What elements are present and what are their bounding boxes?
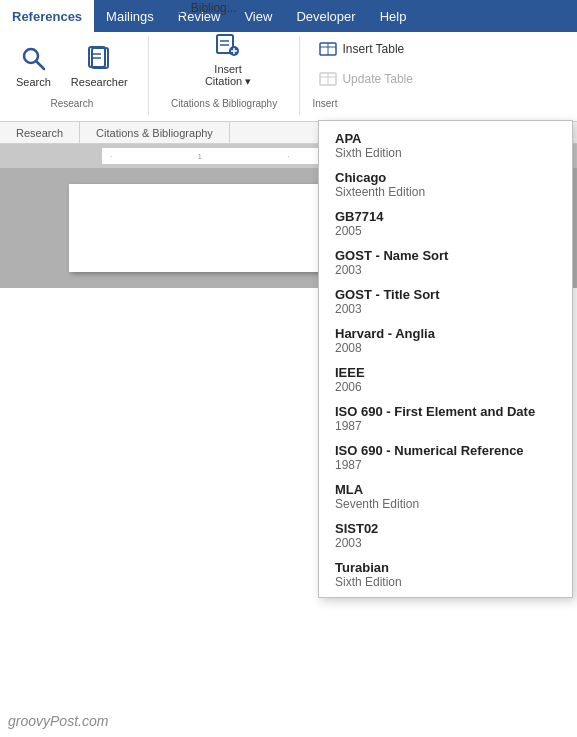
- section-header-research: Research: [0, 122, 80, 143]
- watermark: groovyPost.com: [8, 713, 108, 729]
- style-option-iso-690---numerical-reference[interactable]: ISO 690 - Numerical Reference1987: [319, 437, 572, 476]
- style-option-iso-690---first-element-and-date[interactable]: ISO 690 - First Element and Date1987: [319, 398, 572, 437]
- researcher-button-label: Researcher: [71, 76, 128, 88]
- ribbon-group-research: Search Researcher Research: [8, 36, 149, 115]
- citations-group-label: Citations & Bibliography: [171, 98, 277, 109]
- menu-item-references[interactable]: References: [0, 0, 94, 32]
- style-option-chicago[interactable]: ChicagoSixteenth Edition: [319, 164, 572, 203]
- style-option-gost---title-sort[interactable]: GOST - Title Sort2003: [319, 281, 572, 320]
- researcher-button[interactable]: Researcher: [63, 38, 136, 92]
- menu-item-mailings[interactable]: Mailings: [94, 0, 166, 32]
- ribbon: Search Researcher Research: [0, 32, 577, 122]
- insert-citation-label: InsertCitation ▾: [205, 63, 251, 88]
- style-option-gb7714[interactable]: GB77142005: [319, 203, 572, 242]
- insert-table-label: Insert Table: [342, 42, 404, 56]
- style-option-mla[interactable]: MLASeventh Edition: [319, 476, 572, 515]
- style-option-sist02[interactable]: SIST022003: [319, 515, 572, 554]
- update-table-button[interactable]: Update Table: [312, 66, 419, 92]
- search-icon: [17, 42, 49, 74]
- insert-table-button[interactable]: Insert Table: [312, 36, 419, 62]
- search-button[interactable]: Search: [8, 38, 59, 92]
- bibliography-label: Bibliog...: [191, 1, 237, 15]
- menu-item-help[interactable]: Help: [368, 0, 419, 32]
- ribbon-group-citations: Manage Sources Style: APA ▼: [161, 36, 301, 115]
- menu-item-developer[interactable]: Developer: [284, 0, 367, 32]
- insert-citation-icon: [212, 29, 244, 61]
- research-group-label: Research: [50, 98, 93, 109]
- insert-group-label: Insert: [312, 98, 419, 109]
- svg-line-1: [36, 61, 44, 69]
- search-button-label: Search: [16, 76, 51, 88]
- insert-citation-button[interactable]: InsertCitation ▾: [197, 25, 259, 92]
- menu-bar: References Mailings Review View Develope…: [0, 0, 577, 32]
- style-option-turabian[interactable]: TurabianSixth Edition: [319, 554, 572, 593]
- update-table-label: Update Table: [342, 72, 413, 86]
- style-dropdown-panel: APASixth EditionChicagoSixteenth Edition…: [318, 120, 573, 598]
- style-option-harvard---anglia[interactable]: Harvard - Anglia2008: [319, 320, 572, 359]
- style-option-apa[interactable]: APASixth Edition: [319, 125, 572, 164]
- researcher-icon: [83, 42, 115, 74]
- section-header-citations: Citations & Bibliography: [80, 122, 230, 143]
- style-option-gost---name-sort[interactable]: GOST - Name Sort2003: [319, 242, 572, 281]
- bibliography-button[interactable]: Bibliog...: [161, 0, 243, 21]
- bibliography-icon: [167, 0, 187, 18]
- style-option-ieee[interactable]: IEEE2006: [319, 359, 572, 398]
- update-table-icon: [318, 69, 338, 89]
- ribbon-group-insert: Insert Table Update Table Insert: [312, 36, 427, 115]
- insert-table-icon: [318, 39, 338, 59]
